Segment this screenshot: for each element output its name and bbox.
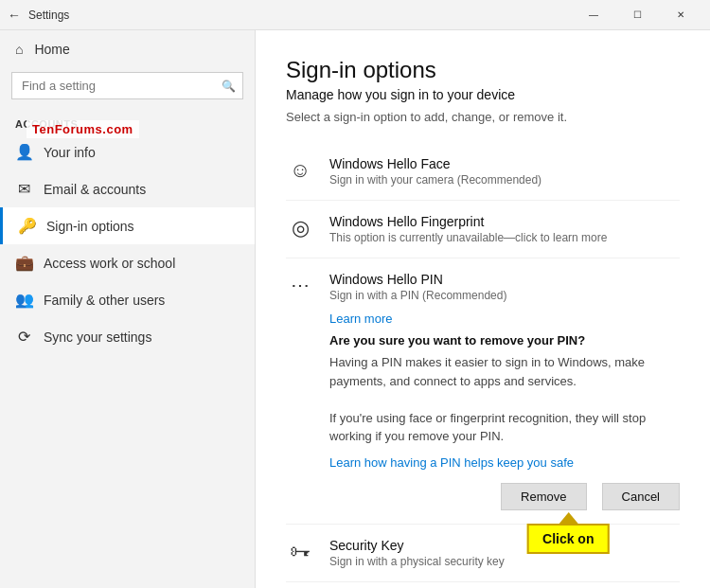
sidebar-label-sync-settings: Sync your settings bbox=[44, 330, 151, 345]
option-hello-pin-expanded: ⋯ Windows Hello PIN Sign in with a PIN (… bbox=[286, 258, 680, 525]
sign-in-options-list: ☺ Windows Hello Face Sign in with your c… bbox=[286, 143, 680, 588]
option-desc-hello-face: Sign in with your camera (Recommended) bbox=[329, 173, 680, 187]
content-area: Sign-in options Manage how you sign in t… bbox=[256, 30, 710, 588]
pin-info: Windows Hello PIN Sign in with a PIN (Re… bbox=[329, 272, 680, 302]
option-hello-face[interactable]: ☺ Windows Hello Face Sign in with your c… bbox=[286, 143, 680, 201]
sidebar-icon-sign-in-options: 🔑 bbox=[18, 217, 35, 235]
option-desc-security-key: Sign in with a physical security key bbox=[329, 555, 680, 568]
confirm-title: Are you sure you want to remove your PIN… bbox=[329, 333, 680, 347]
sidebar-label-family-users: Family & other users bbox=[44, 293, 165, 308]
option-password[interactable]: 🔑 Password Sign in with your account's p… bbox=[286, 582, 680, 589]
learn-safe-link[interactable]: Learn how having a PIN helps keep you sa… bbox=[329, 455, 680, 470]
title-bar: ← Settings — ☐ ✕ bbox=[0, 0, 710, 30]
title-bar-title: Settings bbox=[28, 9, 69, 22]
confirm-body1: Having a PIN makes it easier to sign in … bbox=[329, 353, 680, 446]
sidebar-icon-sync-settings: ⟳ bbox=[15, 328, 32, 346]
search-icon: 🔍 bbox=[222, 80, 236, 93]
option-icon-security-key: 🗝 bbox=[286, 540, 314, 564]
option-hello-fingerprint[interactable]: ◎ Windows Hello Fingerprint This option … bbox=[286, 201, 680, 258]
minimize-button[interactable]: — bbox=[572, 0, 615, 30]
sidebar-items: 👤 Your info ✉ Email & accounts 🔑 Sign-in… bbox=[0, 134, 255, 355]
pin-desc: Sign in with a PIN (Recommended) bbox=[329, 289, 680, 302]
sidebar-item-family-users[interactable]: 👥 Family & other users bbox=[0, 281, 255, 318]
pin-header: ⋯ Windows Hello PIN Sign in with a PIN (… bbox=[286, 258, 680, 312]
sidebar-icon-family-users: 👥 bbox=[15, 291, 32, 309]
option-info-security-key: Security Key Sign in with a physical sec… bbox=[329, 538, 680, 568]
sidebar-item-sync-settings[interactable]: ⟳ Sync your settings bbox=[0, 318, 255, 355]
home-label: Home bbox=[34, 42, 69, 57]
content-subtitle: Manage how you sign in to your device bbox=[286, 87, 680, 102]
sidebar-label-sign-in-options: Sign-in options bbox=[46, 219, 134, 234]
option-info-hello-fingerprint: Windows Hello Fingerprint This option is… bbox=[329, 214, 680, 244]
sidebar-icon-email-accounts: ✉ bbox=[15, 180, 32, 198]
option-name-hello-face: Windows Hello Face bbox=[329, 156, 680, 171]
sidebar-label-access-work: Access work or school bbox=[44, 256, 175, 271]
option-desc-hello-fingerprint: This option is currently unavailable—cli… bbox=[329, 231, 680, 244]
sidebar-search: 🔍 bbox=[11, 72, 243, 99]
close-button[interactable]: ✕ bbox=[659, 0, 702, 30]
sidebar-item-sign-in-options[interactable]: 🔑 Sign-in options bbox=[0, 207, 255, 244]
sidebar-label-email-accounts: Email & accounts bbox=[44, 182, 146, 197]
option-icon-hello-face: ☺ bbox=[286, 158, 314, 183]
window-controls: — ☐ ✕ bbox=[572, 0, 702, 30]
sidebar-icon-your-info: 👤 bbox=[15, 143, 32, 161]
maximize-button[interactable]: ☐ bbox=[615, 0, 659, 30]
back-button[interactable]: ← bbox=[8, 8, 21, 23]
cancel-pin-button[interactable]: Cancel bbox=[602, 483, 680, 510]
option-name-security-key: Security Key bbox=[329, 538, 680, 553]
option-security-key[interactable]: 🗝 Security Key Sign in with a physical s… bbox=[286, 525, 680, 582]
sidebar-home-button[interactable]: ⌂ Home bbox=[0, 30, 255, 68]
sidebar-item-your-info[interactable]: 👤 Your info bbox=[0, 134, 255, 170]
sidebar-item-email-accounts[interactable]: ✉ Email & accounts bbox=[0, 170, 255, 207]
pin-icon: ⋯ bbox=[286, 274, 314, 296]
option-icon-hello-fingerprint: ◎ bbox=[286, 216, 314, 241]
search-input[interactable] bbox=[11, 72, 243, 99]
content-desc: Select a sign-in option to add, change, … bbox=[286, 110, 680, 124]
app-body: TenForums.com ⌂ Home 🔍 Accounts 👤 Your i… bbox=[0, 30, 710, 588]
watermark: TenForums.com bbox=[27, 120, 139, 138]
option-info-hello-face: Windows Hello Face Sign in with your cam… bbox=[329, 156, 680, 187]
sidebar-icon-access-work: 💼 bbox=[15, 254, 32, 272]
pin-name: Windows Hello PIN bbox=[329, 272, 680, 287]
sidebar: TenForums.com ⌂ Home 🔍 Accounts 👤 Your i… bbox=[0, 30, 256, 588]
learn-more-link[interactable]: Learn more bbox=[329, 312, 680, 326]
home-icon: ⌂ bbox=[15, 42, 23, 57]
page-title: Sign-in options bbox=[286, 57, 680, 83]
remove-pin-button[interactable]: Remove bbox=[501, 483, 586, 510]
option-name-hello-fingerprint: Windows Hello Fingerprint bbox=[329, 214, 680, 229]
sidebar-item-access-work[interactable]: 💼 Access work or school bbox=[0, 244, 255, 281]
sidebar-label-your-info: Your info bbox=[44, 145, 96, 160]
